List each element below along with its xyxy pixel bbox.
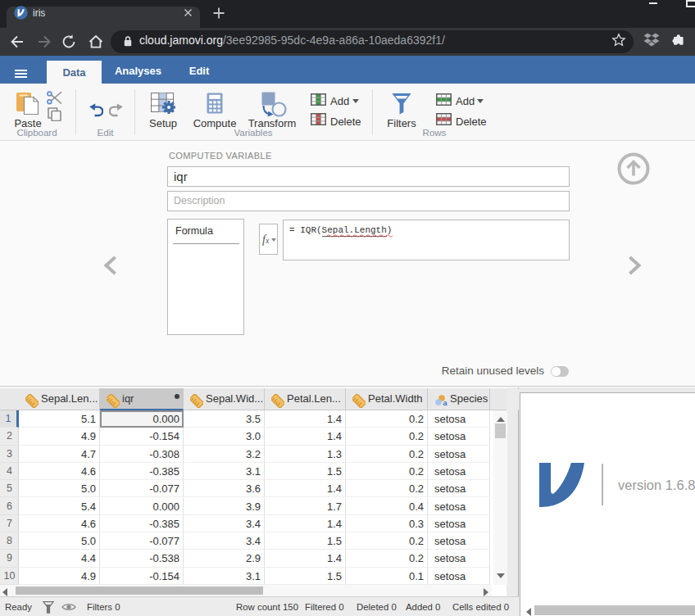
svg-text:a: a [443,399,448,407]
